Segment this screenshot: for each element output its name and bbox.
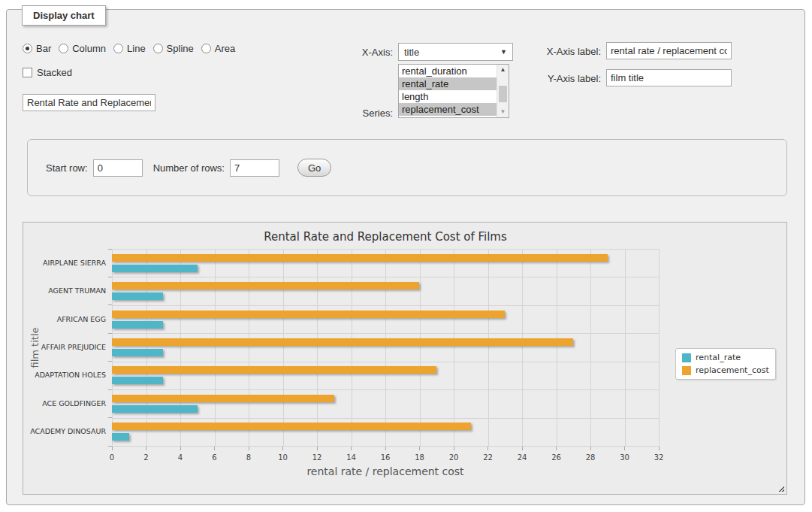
h-gridline [112, 418, 659, 419]
stacked-label: Stacked [37, 67, 72, 78]
radio-spline-icon[interactable] [153, 44, 163, 53]
x-tick-mark [590, 447, 591, 450]
radio-option-column[interactable]: Column [59, 43, 106, 54]
y-category-label: AFFAIR PREJUDICE [25, 343, 106, 351]
bar-replacement_cost [112, 366, 436, 374]
x-axis-label-field-label: X-Axis label: [526, 46, 601, 57]
radio-column-icon[interactable] [59, 44, 68, 53]
x-tick-mark [624, 447, 625, 450]
bar-replacement_cost [112, 254, 608, 262]
legend-label: replacement_cost [696, 365, 769, 375]
legend-item-rental_rate[interactable]: rental_rate [682, 353, 769, 362]
v-gridline [488, 249, 489, 446]
fieldset-legend: Display chart [22, 5, 106, 26]
y-tick-mark [108, 249, 112, 250]
y-tick-mark [108, 389, 112, 390]
go-button[interactable]: Go [297, 159, 331, 177]
chart-panel: Rental Rate and Replacement Cost of Film… [23, 222, 787, 495]
stacked-checkbox[interactable] [23, 68, 32, 77]
v-gridline [454, 249, 454, 446]
radio-bar-icon[interactable] [23, 44, 32, 53]
x-tick-label: 26 [545, 453, 568, 462]
start-row-input[interactable] [93, 159, 143, 177]
x-tick-label: 12 [306, 453, 328, 462]
bar-replacement_cost [112, 395, 334, 402]
y-tick-mark [108, 277, 112, 277]
scrollbar-thumb[interactable] [499, 86, 507, 102]
chart-title: Rental Rate and Replacement Cost of Film… [112, 230, 659, 244]
v-gridline [625, 249, 626, 446]
x-tick-mark [214, 447, 215, 450]
x-tick-label: 14 [340, 453, 363, 462]
series-option-length[interactable]: length [399, 90, 497, 103]
radio-option-line[interactable]: Line [113, 43, 146, 54]
radio-label: Column [72, 43, 106, 54]
radio-option-spline[interactable]: Spline [153, 43, 194, 54]
plot-area: 02468101214161820222426283032AIRPLANE SI… [112, 249, 659, 446]
x-tick-label: 16 [374, 453, 397, 462]
legend-swatch [682, 353, 691, 362]
series-listbox[interactable]: rental_durationrental_ratelengthreplacem… [398, 64, 509, 118]
chart-title-input[interactable] [23, 94, 155, 111]
v-gridline [283, 249, 284, 446]
v-gridline [180, 249, 181, 446]
legend-label: rental_rate [696, 353, 741, 362]
x-axis-select[interactable]: title ▼ [398, 43, 513, 61]
bar-rental_rate [112, 433, 129, 441]
x-tick-mark [419, 447, 420, 450]
y-tick-mark [108, 361, 112, 362]
series-listbox-label: Series: [318, 108, 393, 119]
radio-label: Bar [36, 43, 51, 54]
bar-replacement_cost [112, 423, 471, 430]
x-tick-mark [249, 447, 249, 450]
x-tick-label: 28 [579, 453, 602, 462]
bar-rental_rate [112, 321, 163, 329]
radio-option-area[interactable]: Area [201, 43, 235, 54]
h-gridline [112, 446, 659, 447]
resize-handle-icon[interactable] [777, 484, 784, 492]
chart-type-radio-group: BarColumnLineSplineArea [23, 43, 235, 54]
radio-label: Area [215, 43, 235, 54]
h-gridline [112, 362, 659, 362]
radio-area-icon[interactable] [201, 44, 211, 53]
x-axis-title: rental rate / replacement cost [112, 465, 659, 477]
radio-option-bar[interactable]: Bar [23, 43, 51, 54]
x-tick-mark [556, 447, 557, 450]
y-tick-mark [108, 417, 112, 418]
y-category-label: ACE GOLDFINGER [25, 399, 106, 407]
x-tick-mark [522, 447, 523, 450]
chart-legend: rental_ratereplacement_cost [675, 348, 776, 380]
radio-label: Line [127, 43, 146, 54]
scroll-down-icon[interactable]: ▼ [500, 108, 506, 117]
bar-rental_rate [112, 292, 163, 300]
x-tick-label: 30 [614, 453, 636, 462]
x-tick-label: 18 [409, 453, 431, 462]
series-option-rental_rate[interactable]: rental_rate [399, 77, 497, 90]
x-axis-label-input[interactable] [606, 42, 732, 59]
number-of-rows-input[interactable] [230, 159, 279, 177]
v-gridline [317, 249, 318, 446]
y-category-label: AGENT TRUMAN [25, 286, 106, 295]
scroll-up-icon[interactable]: ▲ [500, 65, 506, 74]
x-tick-mark [488, 447, 488, 450]
h-gridline [112, 305, 659, 306]
v-gridline [249, 249, 249, 446]
number-of-rows-label: Number of rows: [153, 162, 225, 174]
y-axis-label-input[interactable] [606, 69, 732, 86]
x-tick-mark [454, 447, 454, 450]
bar-replacement_cost [112, 282, 419, 289]
stacked-option[interactable]: Stacked [23, 67, 72, 78]
v-gridline [557, 249, 557, 446]
x-tick-mark [351, 447, 352, 450]
x-tick-label: 8 [237, 453, 260, 462]
x-tick-label: 2 [135, 453, 158, 462]
series-option-rental_duration[interactable]: rental_duration [399, 65, 497, 77]
radio-line-icon[interactable] [113, 44, 123, 53]
x-tick-mark [112, 447, 113, 450]
bar-rental_rate [112, 405, 198, 413]
x-tick-label: 6 [204, 453, 226, 462]
listbox-scrollbar[interactable]: ▲ ▼ [497, 65, 509, 117]
legend-item-replacement_cost[interactable]: replacement_cost [682, 365, 769, 375]
series-option-replacement_cost[interactable]: replacement_cost [399, 103, 497, 116]
row-range-panel: Start row: Number of rows: Go [27, 139, 787, 196]
